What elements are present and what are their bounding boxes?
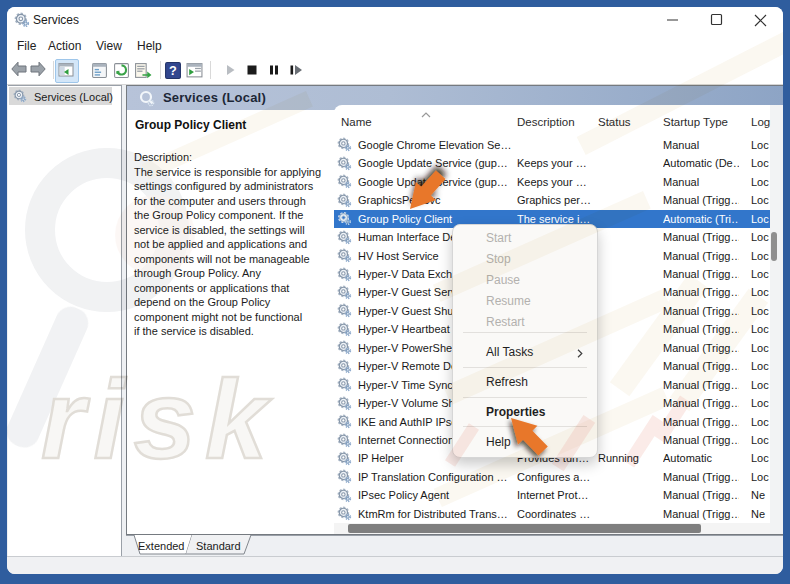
svg-text:?: ?: [169, 63, 177, 78]
svg-text:Extended: Extended: [138, 540, 184, 552]
svg-text:Standard: Standard: [196, 540, 241, 552]
